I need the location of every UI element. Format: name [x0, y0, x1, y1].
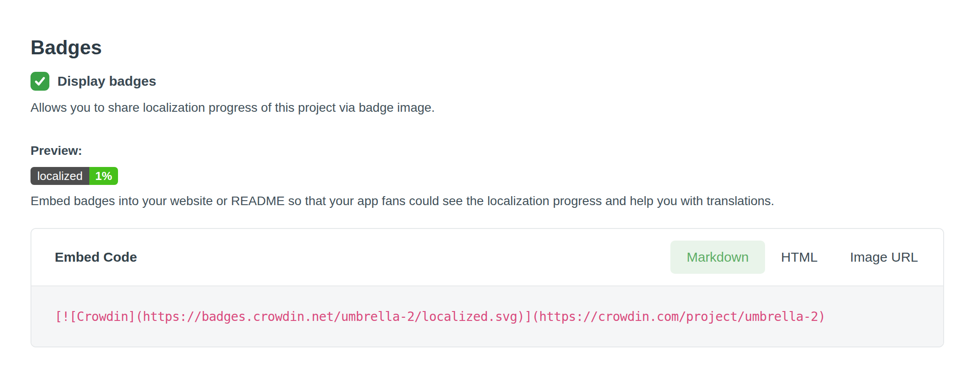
- badges-settings-section: Badges Display badges Allows you to shar…: [0, 0, 980, 347]
- display-badges-checkbox[interactable]: [31, 72, 49, 91]
- checkmark-icon: [34, 75, 46, 87]
- badge-label-segment: localized: [31, 167, 89, 185]
- section-title: Badges: [31, 37, 980, 58]
- preview-label: Preview:: [31, 142, 980, 160]
- badges-description: Allows you to share localization progres…: [31, 99, 980, 117]
- display-badges-label[interactable]: Display badges: [57, 74, 156, 89]
- embed-description: Embed badges into your website or README…: [31, 192, 980, 210]
- display-badges-row: Display badges: [31, 72, 980, 91]
- embed-code-card-header: Embed Code Markdown HTML Image URL: [31, 229, 943, 285]
- tab-image-url[interactable]: Image URL: [834, 241, 934, 274]
- localization-badge: localized 1%: [31, 167, 118, 185]
- embed-code-body: [![Crowdin](https://badges.crowdin.net/u…: [31, 285, 943, 347]
- tab-markdown[interactable]: Markdown: [670, 241, 765, 274]
- tab-html[interactable]: HTML: [765, 241, 834, 274]
- embed-format-tabs: Markdown HTML Image URL: [670, 241, 934, 274]
- badge-value-segment: 1%: [89, 167, 118, 185]
- embed-code-snippet[interactable]: [![Crowdin](https://badges.crowdin.net/u…: [55, 309, 826, 324]
- embed-code-title: Embed Code: [55, 250, 137, 265]
- embed-code-card: Embed Code Markdown HTML Image URL [![Cr…: [31, 228, 944, 347]
